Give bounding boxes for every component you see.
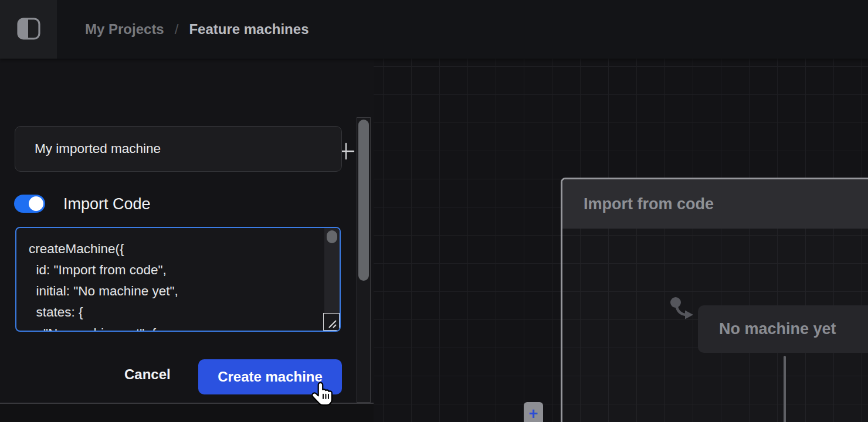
initial-state-arrow-icon[interactable]	[667, 295, 694, 324]
code-line: createMachine({	[29, 239, 324, 260]
breadcrumb-separator: /	[175, 21, 179, 38]
machine-container: Import from code	[561, 178, 868, 422]
top-header: My Projects / Feature machines	[0, 0, 868, 59]
code-line: initial: "No machine yet",	[29, 281, 324, 302]
import-code-toggle[interactable]	[14, 195, 45, 213]
panel-footer	[0, 404, 374, 422]
code-textarea[interactable]: createMachine({ id: "Import from code", …	[15, 227, 341, 332]
code-line: "No machine yet": {	[29, 323, 324, 331]
state-node[interactable]: No machine yet	[698, 305, 868, 353]
sidebar-panel-icon	[17, 18, 40, 40]
panel-scrollbar-thumb[interactable]	[358, 120, 369, 281]
app-window: My Projects / Feature machines Machines …	[0, 0, 868, 422]
machine-name-input[interactable]	[15, 126, 342, 172]
create-machine-button[interactable]: Create machine	[198, 359, 342, 394]
machine-title: Import from code	[584, 195, 714, 213]
breadcrumb-project-link[interactable]: My Projects	[85, 21, 164, 38]
sidebar-toggle-button[interactable]	[0, 0, 57, 59]
code-content: createMachine({ id: "Import from code", …	[16, 228, 324, 331]
transition-line	[784, 356, 786, 422]
machines-panel: Machines Public Import Code createMachin…	[0, 59, 374, 422]
editor-canvas[interactable]: Import from code No machine yet +	[374, 59, 868, 422]
resize-grip-icon[interactable]	[323, 313, 340, 331]
import-code-label: Import Code	[63, 195, 151, 213]
breadcrumb-current-page: Feature machines	[189, 21, 308, 38]
state-node-label: No machine yet	[719, 320, 836, 338]
panel-scrollbar[interactable]	[357, 117, 371, 403]
toggle-knob	[29, 196, 43, 211]
breadcrumb: My Projects / Feature machines	[85, 0, 308, 59]
canvas-add-button[interactable]: +	[524, 402, 543, 422]
machine-header[interactable]: Import from code	[562, 179, 868, 229]
code-line: states: {	[29, 302, 324, 323]
cancel-button[interactable]: Cancel	[116, 359, 179, 390]
code-line: id: "Import from code",	[29, 260, 324, 281]
code-scrollbar-thumb[interactable]	[327, 230, 337, 243]
